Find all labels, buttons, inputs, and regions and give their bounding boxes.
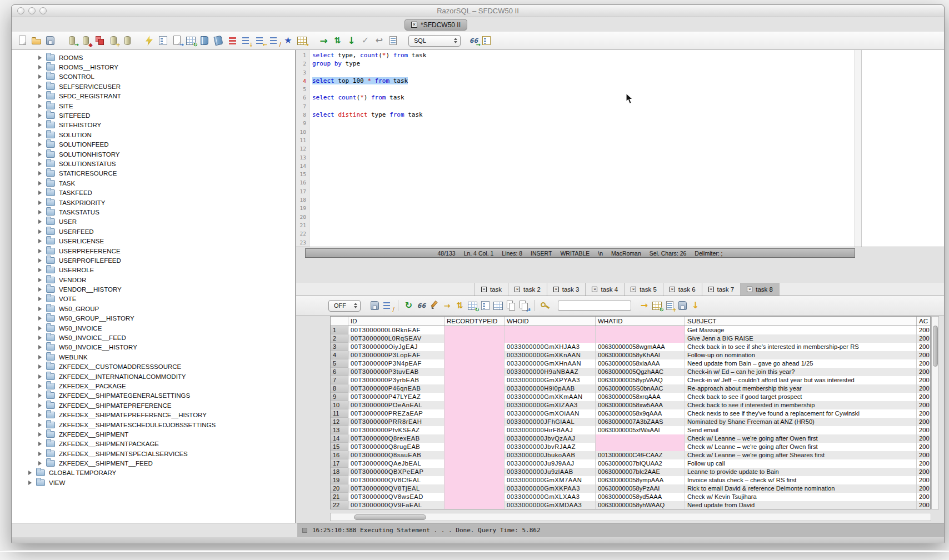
disconnect-database-icon[interactable]: ◆ [80,34,92,47]
row-number-cell[interactable]: 12 [331,418,348,426]
connect-database-icon[interactable]: → [66,34,78,47]
table-row[interactable]: 600T3000000P3tuvEAB0033000000H9aNBAAZ006… [331,368,930,376]
sidebar-item-solutionhistory[interactable]: SOLUTIONHISTORY [12,149,295,159]
row-number-cell[interactable]: 15 [331,443,348,451]
disclosure-triangle-icon[interactable] [38,249,42,253]
close-tab-icon[interactable]: × [553,287,559,292]
disclosure-triangle-icon[interactable] [38,326,42,331]
code-line[interactable]: group by type [312,59,944,68]
results-tab-task-7[interactable]: ×task 7 [702,283,741,296]
code-line[interactable] [312,178,944,187]
commit-check-icon[interactable]: ✓ [359,34,371,47]
table-row[interactable]: 1600T3000000Q8sauEAB0033000000JbukoAAB00… [331,451,930,459]
sidebar-item-task[interactable]: TASK [12,178,295,188]
sidebar-item-site[interactable]: SITE [12,101,295,111]
disclosure-triangle-icon[interactable] [38,94,42,98]
row-number-cell[interactable]: 11 [331,409,348,418]
table-row[interactable]: 1100T3000000PREZaEAP0033000000GmXOiAAN00… [331,409,930,418]
execute-statement-icon[interactable]: → [318,34,329,47]
sidebar-item-vote[interactable]: VOTE [12,294,295,304]
disclosure-triangle-icon[interactable] [38,268,42,272]
sidebar-item-staticresource[interactable]: STATICRESOURCE [12,169,295,178]
row-number-cell[interactable]: 1 [331,326,348,334]
edit-sql-icon[interactable]: / [268,34,280,47]
row-number-cell[interactable]: 16 [331,451,348,459]
code-line[interactable] [312,119,944,127]
format-sql-icon[interactable] [227,34,238,47]
code-line[interactable]: select type, count(*) from task [312,51,944,59]
row-number-cell[interactable]: 20 [331,484,348,493]
column-header-id[interactable]: ID [348,317,444,326]
code-line[interactable] [312,170,944,178]
code-line[interactable] [312,144,944,153]
sidebar-item-vendor-history[interactable]: VENDOR__HISTORY [12,284,295,294]
disclosure-triangle-icon[interactable] [38,278,42,282]
disclosure-triangle-icon[interactable] [38,432,42,437]
disclosure-triangle-icon[interactable] [38,393,42,398]
code-line[interactable] [312,221,944,229]
table-row[interactable]: 2200T3000000QV9FaEAL0033000000GmXMDAA300… [331,501,930,509]
results-tab-task-8[interactable]: ×task 8 [741,283,780,296]
export-table-icon[interactable]: → [296,34,308,47]
disclosure-triangle-icon[interactable] [28,481,32,485]
sidebar-item-userprofilefeed[interactable]: USERPROFILEFEED [12,256,295,265]
row-number-cell[interactable]: 7 [331,376,348,384]
minimize-window-button[interactable] [28,7,36,14]
code-line[interactable] [312,153,944,162]
document-tab[interactable]: × *SFDCW50 II [404,19,467,31]
sidebar-item-rooms-history[interactable]: ROOMS__HISTORY [12,62,295,72]
row-number-cell[interactable]: 6 [331,368,348,376]
results-list-icon[interactable] [481,34,492,47]
favorites-star-icon[interactable]: ★ [282,34,294,47]
table-row[interactable]: 1300T3000000PfvKSEAZ0033000000HirF8AAJ00… [331,426,930,434]
database-browser-icon[interactable] [199,34,211,47]
disclosure-triangle-icon[interactable] [38,152,42,157]
sidebar-item-zkfedex-shipmatepreference-history[interactable]: ZKFEDEX__SHIPMATEPREFERENCE__HISTORY [12,410,295,419]
table-row[interactable]: 1800T3000000QBXPeEAP0033000000Ju9zlAAB00… [331,468,930,476]
code-line[interactable] [312,162,944,170]
results-search-input[interactable] [558,301,631,311]
sidebar-item-w50-invoice[interactable]: W50_INVOICE [12,323,295,333]
table-row[interactable]: 1400T3000000Q8rexEAB0033000000JbvQzAAJCh… [331,434,930,443]
sidebar-item-userpreference[interactable]: USERPREFERENCE [12,246,295,256]
save-grid-icon[interactable] [677,299,688,312]
disclosure-triangle-icon[interactable] [38,364,42,369]
copy-icon[interactable] [94,34,106,47]
close-window-button[interactable] [17,7,24,14]
table-row[interactable]: 1000T3000000POeAnEAL0033000000GmXIZAA300… [331,401,930,409]
fetch-results-icon[interactable]: ↓ [346,34,357,47]
fetch-more-icon[interactable]: ↓ [690,299,701,312]
close-tab-icon[interactable]: × [708,287,714,292]
code-line[interactable] [312,136,944,144]
row-limit-select[interactable]: OFF [328,300,361,312]
disclosure-triangle-icon[interactable] [38,403,42,408]
disclosure-triangle-icon[interactable] [38,142,42,147]
code-line[interactable] [312,128,944,136]
primary-keys-icon[interactable] [539,299,551,312]
disclosure-triangle-icon[interactable] [38,56,42,60]
table-row[interactable]: 700T3000000P3yrbEAB0033000000GmXPYAA3006… [331,376,930,384]
execute-sql-icon[interactable] [143,34,155,47]
sidebar-item-zkfedex-shipmatescheduledjobssettings[interactable]: ZKFEDEX__SHIPMATESCHEDULEDJOBSSETTINGS [12,420,295,429]
row-number-cell[interactable]: 3 [331,343,348,351]
sidebar-item-solutionstatus[interactable]: SOLUTIONSTATUS [12,159,295,168]
disclosure-triangle-icon[interactable] [38,181,42,186]
disclosure-triangle-icon[interactable] [38,210,42,214]
disclosure-triangle-icon[interactable] [38,374,42,379]
row-number-cell[interactable]: 13 [331,426,348,434]
close-tab-icon[interactable]: × [670,287,675,292]
table-row[interactable]: 300T3000000OiyJgEAJ0033000000GmXHJAA3006… [331,343,930,351]
disclosure-triangle-icon[interactable] [38,171,42,176]
table-row[interactable]: 500T3000000P3N4pEAF0033000000GmXHnAAN006… [331,359,930,368]
code-line[interactable] [312,213,944,221]
sidebar-item-userlicense[interactable]: USERLICENSE [12,236,295,246]
sidebar-item-userfeed[interactable]: USERFEED [12,227,295,236]
disclosure-triangle-icon[interactable] [38,219,42,224]
sidebar-item-zkfedex-package[interactable]: ZKFEDEX__PACKAGE [12,381,295,391]
disclosure-triangle-icon[interactable] [38,65,42,69]
disclosure-triangle-icon[interactable] [38,384,42,388]
new-file-icon[interactable] [17,34,28,47]
row-number-cell[interactable]: 5 [331,359,348,368]
copy-results-icon[interactable] [505,299,517,312]
sidebar-item-zkfedex-shipmentspecialservices[interactable]: ZKFEDEX__SHIPMENTSPECIALSERVICES [12,449,295,458]
